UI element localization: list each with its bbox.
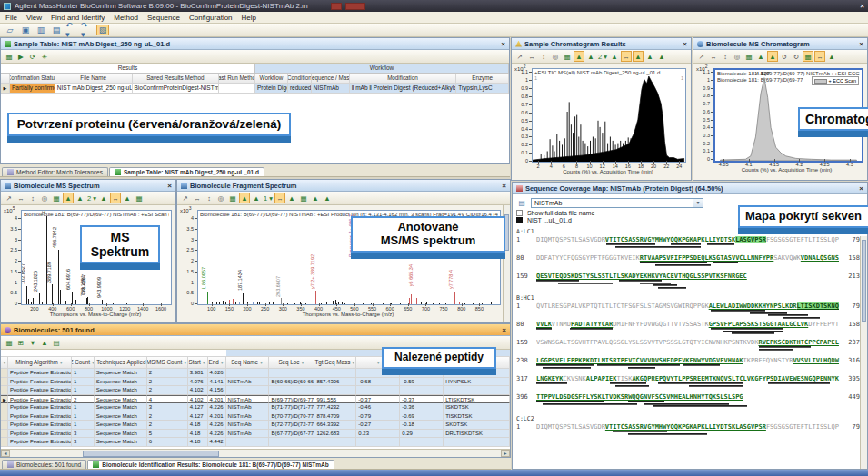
plot-toolbar-icon[interactable]: ▲ — [98, 193, 109, 203]
filter-icon[interactable]: ▼ — [183, 358, 187, 367]
main-toolbar-icon[interactable]: ▥ — [35, 25, 47, 35]
plot-toolbar-icon[interactable]: 1 ▾ — [263, 193, 274, 203]
close-icon[interactable]: × — [167, 182, 172, 190]
close-icon[interactable]: × — [683, 40, 687, 48]
scroll-left-icon[interactable]: ◄ — [1, 450, 10, 457]
column-header[interactable]: ID Techniques Applied▼ — [95, 357, 147, 369]
plot-toolbar-icon[interactable]: ▲ — [826, 51, 837, 62]
filter-icon[interactable]: ▼ — [376, 358, 381, 367]
filter-icon[interactable]: ▼ — [301, 358, 305, 367]
plot-toolbar-icon[interactable]: ▲ — [767, 51, 778, 62]
table-row[interactable]: Peptide Feature Extraction3Sequence Matc… — [1, 438, 510, 447]
plot-toolbar-icon[interactable]: ▲ — [644, 51, 655, 62]
column-header[interactable]: Sequence / Mass — [312, 74, 350, 84]
close-icon[interactable]: × — [501, 40, 505, 48]
plot-toolbar-icon[interactable]: ▦ — [803, 51, 813, 62]
plot-toolbar-icon[interactable]: ▲ — [755, 51, 766, 62]
main-toolbar-icon[interactable]: ↷ ▾ — [81, 25, 94, 35]
menu-item-configuration[interactable]: Configuration — [189, 14, 233, 22]
filter-icon[interactable]: ▼ — [351, 358, 355, 367]
plot-toolbar-icon[interactable]: ↔ — [526, 51, 537, 62]
tab-sample-1[interactable]: Sample Table: NIST mAb Digest_250 ng-uL_… — [109, 167, 264, 176]
biomolecules-toolbar-icon[interactable]: ▲ — [39, 337, 50, 348]
plot-toolbar-icon[interactable]: ◎ — [732, 51, 743, 62]
table-row[interactable]: Peptide Feature Extraction1Sequence Matc… — [1, 386, 510, 395]
column-header[interactable]: Tgt Seq Mass▼ — [314, 357, 356, 369]
close-icon[interactable]: × — [502, 182, 506, 190]
column-header[interactable]: End▼ — [208, 357, 226, 369]
menu-item-file[interactable]: File — [5, 14, 17, 22]
filter-icon[interactable]: ▼ — [59, 358, 64, 367]
plot-toolbar-icon[interactable]: ◎ — [550, 51, 561, 62]
column-header[interactable]: Confirmation Status — [10, 74, 55, 84]
plot-toolbar-icon[interactable]: ↕ — [538, 51, 549, 62]
plot-toolbar-icon[interactable]: ▲ — [239, 193, 250, 203]
plot-toolbar-icon[interactable]: ▦ — [134, 193, 145, 203]
plot-toolbar-icon[interactable]: ↔ — [110, 193, 121, 203]
biomolecules-toolbar-icon[interactable]: ⊞ — [15, 337, 26, 348]
main-toolbar-icon[interactable]: ▣ — [19, 25, 32, 35]
column-header[interactable]: Enzyme — [456, 74, 509, 84]
plot-toolbar-icon[interactable]: 2 ▾ — [597, 51, 608, 62]
plot-toolbar-icon[interactable]: ▲ — [122, 193, 133, 203]
menu-item-help[interactable]: Help — [242, 14, 256, 22]
plot-toolbar-icon[interactable]: ▲ — [75, 193, 85, 203]
menu-item-sequence[interactable]: Sequence — [147, 14, 180, 22]
plot-toolbar-icon[interactable]: ↕ — [27, 193, 38, 203]
biomolecules-toolbar-icon[interactable]: ▦ — [4, 337, 15, 348]
filter-icon[interactable]: ▼ — [220, 358, 224, 367]
table-row[interactable]: Peptide Feature Extraction1Sequence Matc… — [1, 378, 510, 387]
table-row[interactable]: Peptide Feature Extraction1Sequence Matc… — [1, 421, 510, 430]
main-toolbar-icon[interactable]: ▤ — [50, 25, 63, 35]
protein-select[interactable]: NISTmAb▼ — [531, 198, 703, 208]
plot-toolbar-icon[interactable]: ▦ — [227, 193, 238, 203]
sample-chromatogram-canvas[interactable]: +ESI TIC MS(all) NIST mAb Digest_250 ng-… — [532, 68, 686, 163]
menu-item-method[interactable]: Method — [114, 14, 138, 22]
plot-toolbar-icon[interactable]: 2 ▾ — [86, 193, 97, 203]
show-full-filename-checkbox[interactable] — [516, 210, 523, 216]
plot-toolbar-icon[interactable]: ↗ — [4, 193, 15, 203]
table-row[interactable]: ▶Peptide Feature Extraction2Sequence Mat… — [1, 395, 510, 404]
close-icon[interactable]: × — [859, 40, 863, 48]
plot-toolbar-icon[interactable]: ↻ — [791, 51, 802, 62]
column-header[interactable]: Start▼ — [188, 357, 208, 369]
plot-toolbar-icon[interactable]: ▲ — [633, 51, 644, 62]
plot-toolbar-icon[interactable]: ▲ — [574, 51, 584, 62]
column-header[interactable]: MS/MS Count▼ — [147, 357, 188, 369]
column-header[interactable] — [1, 74, 10, 84]
tab-sample-0[interactable]: Method Editor: Match Tolerances — [2, 167, 108, 176]
plot-toolbar-icon[interactable]: ↕ — [720, 51, 731, 62]
column-header[interactable]: Condition — [288, 74, 312, 84]
plot-toolbar-icon[interactable]: ↗ — [180, 193, 191, 203]
biomolecules-toolbar-icon[interactable]: ▼ — [27, 337, 38, 348]
sample-table-toolbar-icon[interactable]: ▦ — [4, 51, 15, 62]
sample-table-toolbar-icon[interactable]: ⟳ — [27, 51, 38, 62]
plot-toolbar-icon[interactable]: ↔ — [192, 193, 203, 203]
tab-bottom-1[interactable]: Biomolecule Identification Results: Biom… — [87, 460, 334, 469]
plot-toolbar-icon[interactable]: ◎ — [39, 193, 50, 203]
menu-item-view[interactable]: View — [26, 14, 42, 22]
column-header[interactable]: Last Run Method — [219, 74, 255, 84]
plot-toolbar-icon[interactable]: ▦ — [51, 193, 62, 203]
plot-toolbar-icon[interactable]: ↗ — [696, 51, 707, 62]
plot-toolbar-icon[interactable]: ▲ — [251, 193, 262, 203]
plot-toolbar-icon[interactable]: ▲ — [63, 193, 74, 203]
plot-toolbar-icon[interactable]: ↔ — [274, 193, 285, 203]
plot-toolbar-icon[interactable]: ▦ — [298, 193, 309, 203]
sample-table-row[interactable]: ▶Partially confirmedNIST mAb Digest_250 … — [1, 84, 509, 94]
column-header[interactable]: File Name — [55, 74, 133, 84]
column-header[interactable]: Seq Loc▼ — [269, 357, 314, 369]
plot-toolbar-icon[interactable]: ↔ — [621, 51, 632, 62]
column-header[interactable]: Workflow — [255, 74, 288, 84]
sample-table-toolbar-icon[interactable]: ✳ — [39, 51, 50, 62]
filter-icon[interactable]: ▼ — [202, 358, 206, 367]
plot-toolbar-icon[interactable]: ▲ — [286, 193, 297, 203]
plot-toolbar-icon[interactable]: ▲ — [585, 51, 596, 62]
close-icon[interactable]: × — [502, 326, 506, 334]
table-row[interactable]: Peptide Feature Extraction1Sequence Matc… — [1, 412, 510, 421]
plot-toolbar-icon[interactable]: ▲ — [322, 193, 333, 203]
plot-toolbar-icon[interactable]: ↗ — [514, 51, 525, 62]
plot-toolbar-icon[interactable]: ▲ — [310, 193, 321, 203]
plot-toolbar-icon[interactable]: ↔ — [814, 51, 825, 62]
biomolecules-hscrollbar[interactable]: ◄ ► — [1, 449, 510, 457]
